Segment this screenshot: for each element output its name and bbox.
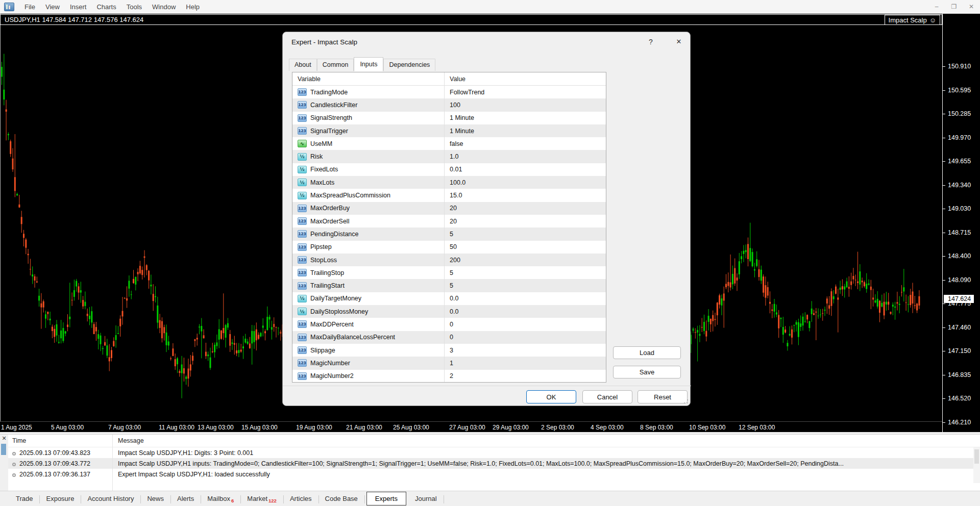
parameter-value-cell[interactable]: 1.0	[445, 150, 606, 163]
parameter-value-cell[interactable]: 2	[445, 370, 606, 383]
table-row[interactable]: ½DailyTargetMoney0.0	[292, 292, 606, 305]
terminal-tab-experts[interactable]: Experts	[366, 492, 406, 505]
menu-item-tools[interactable]: Tools	[121, 1, 147, 13]
parameter-name: SignalTrigger	[310, 128, 348, 135]
table-row[interactable]: 123MaxOrderBuy20	[292, 202, 606, 215]
terminal-tab-market[interactable]: Market122	[240, 492, 283, 505]
table-row[interactable]: 123TradingModeFollowTrend	[292, 86, 606, 98]
column-header-message[interactable]: Message	[113, 437, 980, 444]
expert-badge[interactable]: Impact Scalp ☺	[885, 15, 940, 25]
parameter-value-cell[interactable]: 1 Minute	[445, 124, 606, 137]
table-row[interactable]: 123CandlestickFilter100	[292, 98, 606, 111]
tab-inputs[interactable]: Inputs	[354, 57, 383, 71]
parameter-value-cell[interactable]: 5	[445, 266, 606, 279]
terminal-tab-alerts[interactable]: Alerts	[170, 492, 201, 505]
table-row[interactable]: 123Pipstep50	[292, 241, 606, 254]
parameter-value-cell[interactable]: 0	[445, 318, 606, 331]
parameter-value-cell[interactable]: 0	[445, 331, 606, 344]
table-row[interactable]: ∿UseMMfalse	[292, 137, 606, 150]
load-button[interactable]: Load	[613, 346, 681, 359]
minimize-icon[interactable]: –	[928, 1, 945, 13]
parameter-value-cell[interactable]: 1	[445, 357, 606, 369]
table-row[interactable]: 123TrailingStop5	[292, 266, 606, 279]
ok-button[interactable]: OK	[526, 390, 576, 403]
parameter-value-cell[interactable]: 5	[445, 279, 606, 292]
terminal-tab-journal[interactable]: Journal	[408, 492, 444, 505]
terminal-scrollbar[interactable]	[973, 447, 980, 483]
parameter-value-cell[interactable]: 1 Minute	[445, 112, 606, 124]
help-icon[interactable]: ?	[643, 35, 658, 48]
table-row[interactable]: 123MagicNumber22	[292, 370, 606, 383]
menu-item-help[interactable]: Help	[181, 1, 205, 13]
save-button[interactable]: Save	[613, 366, 681, 378]
parameter-value-cell[interactable]: 100	[445, 98, 606, 111]
resize-grip[interactable]	[683, 399, 689, 404]
terminal-tab-articles[interactable]: Articles	[283, 492, 318, 505]
parameter-value-cell[interactable]: 20	[445, 202, 606, 215]
reset-button[interactable]: Reset	[638, 390, 688, 403]
tab-common[interactable]: Common	[317, 59, 354, 71]
table-row[interactable]: 123StopLoss200	[292, 254, 606, 266]
log-row[interactable]: 2025.09.13 07:09:43.772Impact Scalp USDJ…	[8, 458, 980, 469]
terminal-tab-exposure[interactable]: Exposure	[39, 492, 81, 505]
log-row[interactable]: 2025.09.13 07:09:36.137Expert Impact Sca…	[8, 469, 980, 479]
menu-item-window[interactable]: Window	[147, 1, 181, 13]
parameter-name: MaxDDPercent	[310, 321, 354, 328]
terminal-tab-trade[interactable]: Trade	[9, 492, 39, 505]
table-row[interactable]: 123MaxDailyBalanceLossPercent0	[292, 331, 606, 344]
table-row[interactable]: 123TrailingStart5	[292, 279, 606, 292]
tab-dependencies[interactable]: Dependencies	[383, 59, 435, 71]
menu-item-insert[interactable]: Insert	[65, 1, 92, 13]
column-header-value[interactable]: Value	[445, 72, 606, 85]
table-row[interactable]: 123SignalTrigger1 Minute	[292, 124, 606, 137]
parameter-name-cell: 123TrailingStart	[292, 279, 445, 292]
parameter-value-cell[interactable]: 100.0	[445, 176, 606, 189]
int-parameter-icon: 123	[298, 334, 307, 341]
terminal-tab-news[interactable]: News	[140, 492, 170, 505]
parameter-value-cell[interactable]: 15.0	[445, 189, 606, 201]
column-header-variable[interactable]: Variable	[292, 72, 445, 85]
price-tick	[943, 209, 945, 209]
terminal-tab-mailbox[interactable]: Mailbox6	[201, 492, 240, 505]
parameter-value-cell[interactable]: 3	[445, 344, 606, 357]
parameter-name: MagicNumber2	[310, 372, 354, 380]
terminal-header: Time Message	[8, 435, 980, 447]
menu-item-charts[interactable]: Charts	[91, 1, 121, 13]
table-row[interactable]: 123MagicNumber1	[292, 357, 606, 369]
time-axis-label: 21 Aug 03:00	[346, 424, 382, 431]
close-icon[interactable]: ✕	[671, 35, 687, 48]
terminal-tab-code-base[interactable]: Code Base	[318, 492, 364, 505]
tab-about[interactable]: About	[289, 59, 317, 71]
restore-icon[interactable]: ❐	[945, 1, 963, 13]
table-row[interactable]: ½DailyStoplossMoney0.0	[292, 305, 606, 318]
parameter-value-cell[interactable]: 0.0	[445, 305, 606, 318]
parameter-value-cell[interactable]: 0.0	[445, 292, 606, 305]
menu-item-file[interactable]: File	[19, 1, 40, 13]
terminal-tab-account-history[interactable]: Account History	[81, 492, 140, 505]
table-row[interactable]: 123PendingDistance5	[292, 227, 606, 240]
parameter-value-cell[interactable]: 0.01	[445, 163, 606, 176]
log-row[interactable]: 2025.09.13 07:09:43.823Impact Scalp USDJ…	[8, 447, 980, 458]
parameter-value-cell[interactable]: false	[445, 137, 606, 150]
parameter-value-cell[interactable]: FollowTrend	[445, 86, 606, 98]
table-row[interactable]: 123MaxDDPercent0	[292, 318, 606, 331]
column-header-time[interactable]: Time	[8, 437, 113, 444]
table-row[interactable]: ½MaxSpreadPlusCommission15.0	[292, 189, 606, 201]
parameter-name-cell: 123MaxDDPercent	[292, 318, 445, 331]
table-row[interactable]: 123SignalStrength1 Minute	[292, 112, 606, 124]
table-row[interactable]: ½Risk1.0	[292, 150, 606, 163]
parameter-value-cell[interactable]: 5	[445, 227, 606, 240]
table-header: Variable Value	[292, 72, 606, 86]
cancel-button[interactable]: Cancel	[582, 390, 632, 403]
time-axis-label: 1 Aug 2025	[1, 424, 32, 431]
parameter-value-cell[interactable]: 50	[445, 241, 606, 254]
parameter-value-cell[interactable]: 200	[445, 254, 606, 266]
close-icon[interactable]: ✕	[1, 435, 8, 442]
menu-item-view[interactable]: View	[40, 1, 65, 13]
table-row[interactable]: 123Slippage3	[292, 344, 606, 357]
close-icon[interactable]: ✕	[963, 1, 980, 13]
table-row[interactable]: ½FixedLots0.01	[292, 163, 606, 176]
table-row[interactable]: ½MaxLots100.0	[292, 176, 606, 189]
parameter-value-cell[interactable]: 20	[445, 215, 606, 227]
table-row[interactable]: 123MaxOrderSell20	[292, 215, 606, 227]
